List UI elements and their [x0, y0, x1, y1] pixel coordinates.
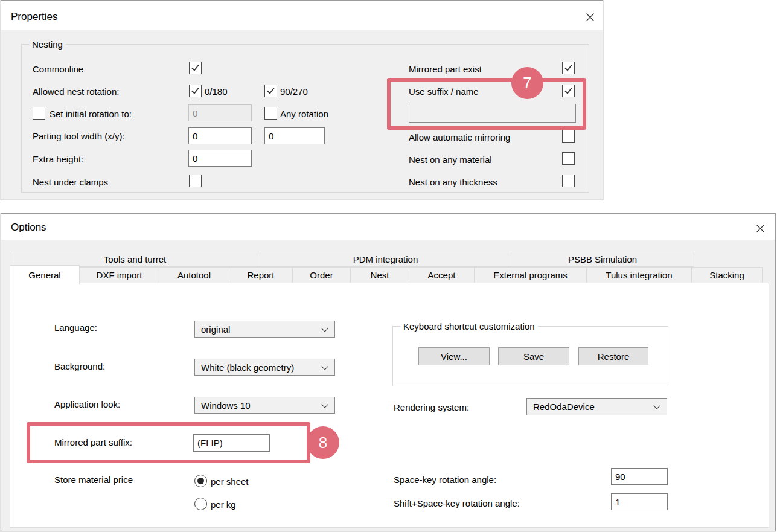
- close-icon: [586, 13, 595, 22]
- space-key-rotation-label: Space-key rotation angle:: [394, 474, 496, 486]
- per-sheet-radio[interactable]: [194, 475, 207, 487]
- rendering-system-label: Rendering system:: [394, 402, 469, 413]
- rot-0-180-label: 0/180: [205, 86, 228, 97]
- background-select[interactable]: White (black geometry): [194, 359, 335, 376]
- chevron-down-icon: [321, 363, 328, 370]
- commonline-label: Commonline: [33, 63, 83, 75]
- keyboard-shortcut-group-label: Keyboard shortcut customization: [400, 321, 538, 332]
- allowed-nest-rotation-label: Allowed nest rotation:: [33, 86, 119, 97]
- background-label: Background:: [54, 361, 105, 372]
- tab-row-secondary: Tools and turret PDM integration PSBB Si…: [10, 252, 769, 267]
- per-kg-radio[interactable]: [194, 498, 207, 510]
- background-value: White (black geometry): [201, 362, 294, 373]
- per-sheet-label: per sheet: [211, 476, 249, 487]
- set-initial-rotation-checkbox[interactable]: [33, 107, 45, 120]
- annotation-highlight-8: [27, 422, 310, 463]
- application-look-select[interactable]: Windows 10: [194, 397, 335, 414]
- language-value: original: [201, 324, 230, 335]
- annotation-badge-8: 8: [307, 426, 339, 459]
- per-kg-label: per kg: [211, 499, 236, 510]
- any-rotation-checkbox[interactable]: [264, 107, 277, 120]
- parting-tool-width-label: Parting tool width (x/y):: [33, 130, 125, 142]
- tab-stacking[interactable]: Stacking: [691, 267, 763, 283]
- parting-tool-width-x-input[interactable]: [188, 127, 252, 144]
- options-dialog: Options Tools and turret PDM integration…: [1, 213, 776, 531]
- rendering-system-select[interactable]: RedOdaDevice: [526, 398, 667, 415]
- restore-button[interactable]: Restore: [578, 347, 648, 365]
- tab-general[interactable]: General: [10, 265, 80, 284]
- shift-space-key-rotation-input[interactable]: [611, 493, 668, 510]
- nest-under-clamps-label: Nest under clamps: [33, 176, 108, 188]
- tab-tulus-integration[interactable]: Tulus integration: [586, 267, 692, 283]
- properties-titlebar: Properties: [1, 1, 603, 30]
- any-rotation-label: Any rotation: [280, 108, 328, 120]
- options-titlebar: Options: [1, 214, 775, 240]
- annotation-badge-7: 7: [511, 67, 543, 99]
- tab-dxf-import[interactable]: DXF import: [79, 267, 159, 283]
- language-select[interactable]: original: [194, 321, 335, 338]
- set-initial-rotation-label: Set initial rotation to:: [50, 108, 132, 120]
- properties-dialog: Properties Nesting Commonline Allowed ne…: [1, 0, 603, 199]
- nest-under-clamps-checkbox[interactable]: [189, 175, 202, 187]
- tab-external-programs[interactable]: External programs: [474, 267, 587, 283]
- tab-nest[interactable]: Nest: [350, 267, 409, 283]
- tab-row-primary: General DXF import Autotool Report Order…: [10, 267, 769, 283]
- nest-on-any-thickness-checkbox[interactable]: [562, 175, 575, 187]
- parting-tool-width-y-input[interactable]: [264, 127, 325, 144]
- rot-90-270-label: 90/270: [280, 86, 308, 97]
- shift-space-key-rotation-label: Shift+Space-key rotation angle:: [394, 498, 520, 509]
- rot-90-270-checkbox[interactable]: [264, 85, 277, 97]
- rot-0-180-checkbox[interactable]: [189, 85, 202, 97]
- nest-on-any-material-checkbox[interactable]: [562, 152, 575, 165]
- nest-on-any-material-label: Nest on any material: [409, 154, 492, 165]
- allow-automatic-mirroring-checkbox[interactable]: [562, 130, 575, 143]
- save-button[interactable]: Save: [498, 347, 569, 365]
- close-button[interactable]: [752, 220, 769, 237]
- close-button[interactable]: [581, 8, 598, 25]
- close-icon: [756, 224, 765, 233]
- extra-height-input[interactable]: [188, 150, 252, 167]
- chevron-down-icon: [321, 401, 328, 408]
- commonline-checkbox[interactable]: [189, 62, 202, 74]
- rendering-system-value: RedOdaDevice: [533, 402, 595, 412]
- application-look-label: Application look:: [54, 399, 120, 410]
- space-key-rotation-input[interactable]: [611, 468, 668, 485]
- mirrored-part-exist-label: Mirrored part exist: [409, 63, 482, 75]
- tab-accept[interactable]: Accept: [409, 267, 475, 283]
- application-look-value: Windows 10: [201, 400, 251, 411]
- tab-report[interactable]: Report: [229, 267, 293, 283]
- language-label: Language:: [54, 322, 97, 333]
- tab-pdm-integration[interactable]: PDM integration: [260, 252, 511, 267]
- options-title: Options: [11, 222, 46, 234]
- allow-automatic-mirroring-label: Allow automatic mirroring: [409, 132, 510, 143]
- properties-title: Properties: [11, 11, 57, 23]
- chevron-down-icon: [321, 325, 328, 332]
- extra-height-label: Extra height:: [33, 153, 83, 165]
- annotation-highlight-7: [387, 78, 586, 130]
- nesting-group-label: Nesting: [29, 39, 66, 50]
- initial-rotation-input[interactable]: [188, 104, 252, 121]
- nest-on-any-thickness-label: Nest on any thickness: [409, 176, 497, 188]
- tab-order[interactable]: Order: [292, 267, 351, 283]
- tab-row-filler: [694, 252, 769, 267]
- tab-psbb-simulation[interactable]: PSBB Simulation: [511, 252, 694, 267]
- store-material-price-label: Store material price: [54, 474, 133, 486]
- tab-autotool[interactable]: Autotool: [159, 267, 229, 283]
- mirrored-part-exist-checkbox[interactable]: [562, 62, 575, 74]
- chevron-down-icon: [653, 402, 660, 409]
- view-button[interactable]: View...: [418, 347, 490, 365]
